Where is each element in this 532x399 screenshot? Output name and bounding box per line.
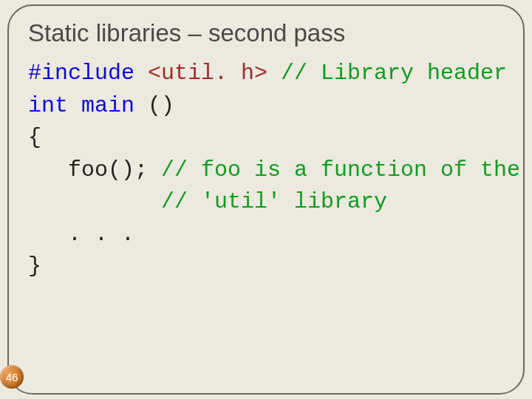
code-brace-close: }: [28, 253, 41, 279]
code-brace-open: {: [28, 125, 41, 150]
code-text: (): [134, 93, 174, 118]
code-text: foo();: [28, 157, 161, 183]
code-text: [68, 93, 81, 118]
code-comment: // foo is a function of the: [161, 157, 520, 183]
code-comment: // 'util' library: [161, 189, 387, 214]
slide-title: Static libraries – second pass: [28, 19, 504, 47]
code-block: #include <util. h> // Library header int…: [28, 58, 504, 283]
code-keyword-int: int: [28, 93, 68, 118]
code-text: . . .: [28, 222, 134, 247]
code-comment: // Library header: [267, 61, 507, 86]
code-keyword-include: #include: [28, 61, 134, 86]
page-number: 46: [6, 371, 18, 383]
slide-frame: Static libraries – second pass #include …: [7, 4, 525, 395]
code-keyword-main: main: [81, 93, 134, 118]
page-number-badge: 46: [0, 365, 24, 389]
code-text: [28, 189, 161, 214]
code-include-path: <util. h>: [134, 61, 267, 86]
